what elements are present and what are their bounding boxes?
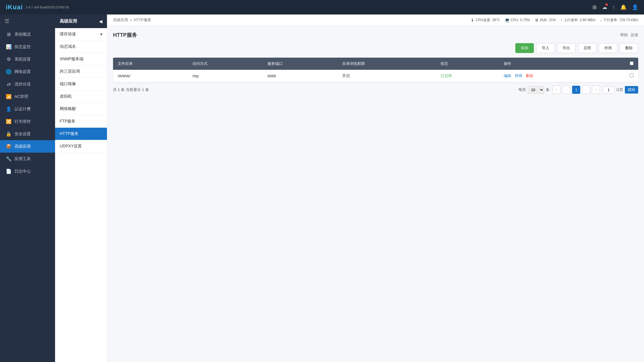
- sidebar-item-system-settings[interactable]: ⚙ 系统设置: [0, 53, 55, 65]
- sidebar-item-advanced-apps[interactable]: 📦 高级应用: [0, 140, 55, 153]
- sidebar-item-app-tools[interactable]: 🔧 应用工具: [0, 153, 55, 165]
- virtual-machine-label: 虚拟机: [60, 94, 72, 99]
- goto-input[interactable]: [603, 86, 614, 94]
- logo-version: 3.4.7 x64 Build2020121409 50: [26, 6, 69, 9]
- breadcrumb: 高级应用 > HTTP服务: [113, 17, 151, 23]
- bell-icon[interactable]: 🔔: [620, 4, 627, 10]
- cache-speed-label: 缓存加速: [60, 32, 76, 37]
- page-title-actions: 帮助 反馈: [620, 32, 638, 38]
- thermometer-icon: 🌡: [470, 18, 474, 22]
- mem-stat: 🖥 内存: 21%: [535, 18, 556, 23]
- first-page-button[interactable]: «: [552, 86, 561, 94]
- help-link[interactable]: 帮助: [620, 32, 628, 38]
- page-buttons: « ‹ 1 › »: [552, 86, 600, 94]
- second-sidebar-header: 高级应用 ◀: [55, 14, 107, 28]
- second-sidebar: 高级应用 ◀ 缓存加速 ▾ 动态域名 SNMP服务端 跨三层应用 端口镜像 虚拟…: [55, 14, 107, 362]
- cross-layer-label: 跨三层应用: [60, 69, 80, 74]
- cell-access-method: http: [188, 70, 263, 82]
- status-monitor-icon: 📊: [6, 44, 12, 50]
- udpxy-label: UDPXY设置: [60, 144, 82, 149]
- sidebar-item-auth-billing[interactable]: 👤 认证计费: [0, 103, 55, 115]
- enable-button[interactable]: 启用: [578, 43, 596, 53]
- grid-icon[interactable]: ⊞: [592, 4, 597, 10]
- second-sidebar-item-ftp-service[interactable]: FTP服务: [55, 115, 107, 128]
- sidebar-label-system-settings: 系统设置: [14, 57, 31, 62]
- disable-button[interactable]: 停用: [599, 43, 617, 53]
- cpu-stat: 💻 CPU: 0.75%: [505, 18, 530, 22]
- second-sidebar-item-cache-speed[interactable]: 缓存加速 ▾: [55, 28, 107, 41]
- prev-page-button[interactable]: ‹: [562, 86, 570, 94]
- system-settings-icon: ⚙: [6, 56, 12, 62]
- next-page-button[interactable]: ›: [582, 86, 590, 94]
- user-icon[interactable]: 👤: [632, 4, 638, 10]
- sidebar-item-ac-management[interactable]: 📶 AC管理: [0, 90, 55, 103]
- left-sidebar: ☰ ⊞ 系统概况 📊 状态监控 ⚙ 系统设置 🌐 网络设置 ⇄ 流控分流 📶 A…: [0, 14, 55, 362]
- row-checkbox[interactable]: [630, 74, 634, 77]
- second-sidebar-item-port-mirror[interactable]: 端口镜像: [55, 78, 107, 90]
- upload-icon[interactable]: ↑: [612, 4, 615, 10]
- sidebar-item-network-settings[interactable]: 🌐 网络设置: [0, 65, 55, 78]
- pagination-controls: 每页 10 20 50 100 条: [519, 86, 550, 94]
- select-all-checkbox[interactable]: [630, 61, 634, 65]
- top-header: iKuai 3.4.7 x64 Build2020121409 50 ⊞ ☁ ↑…: [0, 0, 644, 14]
- second-sidebar-item-cross-layer[interactable]: 跨三层应用: [55, 65, 107, 78]
- sidebar-label-auth-billing: 认证计费: [14, 107, 31, 112]
- cache-speed-expand-icon: ▾: [100, 32, 102, 36]
- feedback-link[interactable]: 反馈: [631, 32, 638, 38]
- delete-link[interactable]: 删除: [526, 74, 533, 78]
- mem-label: 内存:: [540, 18, 548, 23]
- cpu-value: 0.75%: [520, 18, 530, 22]
- breadcrumb-bar: 高级应用 > HTTP服务 🌡 CPU温度: 39°C 💻 CPU: 0.75%…: [107, 14, 644, 26]
- cell-dir-browse: 开启: [338, 70, 436, 82]
- second-sidebar-item-dynamic-dns[interactable]: 动态域名: [55, 41, 107, 53]
- logo-text: iKuai: [6, 3, 23, 11]
- second-sidebar-item-wake-on-lan[interactable]: 网络唤醒: [55, 103, 107, 115]
- page-title-row: HTTP服务 帮助 反馈: [113, 32, 638, 39]
- add-button[interactable]: 添加: [515, 43, 534, 53]
- upload-rate-icon: ↑: [561, 18, 563, 22]
- download-stat: ↓ 下行速率: 729.73 KB/s: [600, 18, 638, 23]
- disable-link[interactable]: 停用: [515, 74, 522, 78]
- import-button[interactable]: 导入: [536, 43, 555, 53]
- sidebar-label-status-monitor: 状态监控: [14, 44, 31, 50]
- behavior-control-icon: 🔀: [6, 119, 12, 124]
- sidebar-label-behavior-control: 行为管控: [14, 119, 31, 124]
- col-checkbox: [625, 58, 638, 70]
- page-1-button[interactable]: 1: [572, 86, 580, 94]
- second-sidebar-item-http-service[interactable]: HTTP服务: [55, 128, 107, 140]
- per-page-select[interactable]: 10 20 50 100: [528, 86, 544, 94]
- sidebar-item-behavior-control[interactable]: 🔀 行为管控: [0, 115, 55, 128]
- per-page-label: 每页: [519, 87, 526, 92]
- main-layout: ☰ ⊞ 系统概况 📊 状态监控 ⚙ 系统设置 🌐 网络设置 ⇄ 流控分流 📶 A…: [0, 14, 644, 362]
- toolbar: 添加 导入 导出 启用 停用 删除: [113, 43, 638, 53]
- second-sidebar-item-virtual-machine[interactable]: 虚拟机: [55, 90, 107, 103]
- second-sidebar-collapse-icon[interactable]: ◀: [99, 19, 102, 24]
- goto-total-label: /1页: [616, 87, 623, 92]
- download-value: 729.73 KB/s: [619, 18, 638, 22]
- sidebar-item-log-center[interactable]: 📄 日志中心: [0, 165, 55, 178]
- sidebar-item-status-monitor[interactable]: 📊 状态监控: [0, 41, 55, 53]
- page-title: HTTP服务: [113, 32, 137, 39]
- sidebar-item-flow-control[interactable]: ⇄ 流控分流: [0, 78, 55, 90]
- last-page-button[interactable]: »: [592, 86, 600, 94]
- cell-checkbox: [625, 70, 638, 82]
- ac-management-icon: 📶: [6, 94, 12, 99]
- sidebar-item-system-overview[interactable]: ⊞ 系统概况: [0, 28, 55, 41]
- goto-button[interactable]: 跳转: [625, 86, 638, 94]
- second-sidebar-item-snmp[interactable]: SNMP服务端: [55, 53, 107, 65]
- col-access-method: 访问方式: [188, 58, 263, 70]
- breadcrumb-separator: >: [130, 18, 132, 22]
- sidebar-toggle[interactable]: ☰: [0, 14, 55, 28]
- status-badge: 已启用: [441, 74, 452, 78]
- delete-button[interactable]: 删除: [620, 43, 638, 53]
- menu-icon: ☰: [5, 18, 9, 24]
- second-sidebar-item-udpxy[interactable]: UDPXY设置: [55, 140, 107, 153]
- wake-on-lan-label: 网络唤醒: [60, 106, 76, 111]
- network-settings-icon: 🌐: [6, 69, 12, 74]
- sidebar-label-ac-management: AC管理: [14, 94, 28, 99]
- col-dir-browse: 目录浏览权限: [338, 58, 436, 70]
- edit-link[interactable]: 编辑: [504, 74, 511, 78]
- export-button[interactable]: 导出: [557, 43, 576, 53]
- cloud-icon[interactable]: ☁: [602, 4, 607, 10]
- sidebar-item-security-settings[interactable]: 🔒 安全设置: [0, 128, 55, 140]
